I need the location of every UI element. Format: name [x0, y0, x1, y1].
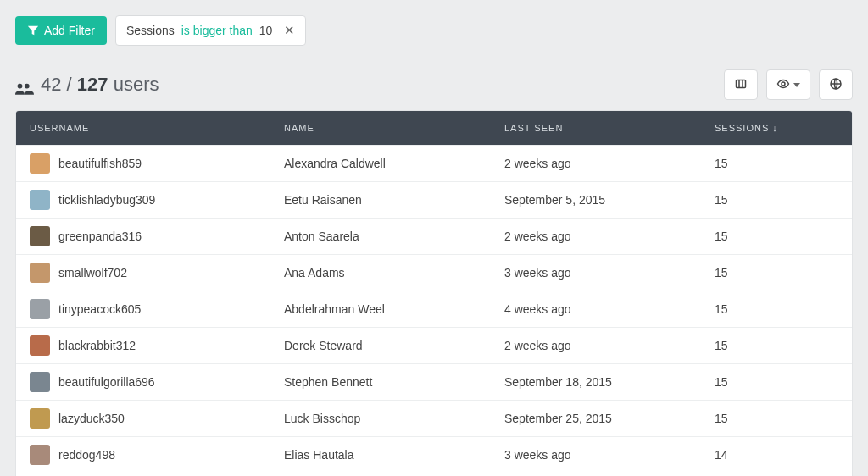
username-text: beautifulgorilla696 [58, 375, 155, 389]
username-text: ticklishladybug309 [58, 193, 155, 207]
table-row[interactable]: tinypeacock605Abdelrahman Weel4 weeks ag… [16, 291, 852, 327]
avatar [30, 445, 50, 465]
username-text: beautifulfish859 [58, 157, 142, 170]
cell-last-seen: 3 weeks ago [504, 266, 715, 280]
cell-name: Stephen Bennett [284, 375, 504, 389]
avatar [30, 299, 50, 319]
table-row[interactable]: beautifulfish859Alexandra Caldwell2 week… [16, 145, 852, 181]
table-actions [724, 69, 853, 100]
result-count: 42 / 127 users [15, 74, 159, 96]
people-icon [15, 78, 34, 91]
cell-last-seen: 2 weeks ago [504, 157, 715, 170]
avatar [30, 335, 50, 356]
cell-username: smallwolf702 [30, 263, 284, 283]
cell-username: beautifulgorilla696 [30, 372, 284, 392]
export-icon [734, 77, 748, 93]
svg-point-0 [18, 84, 23, 89]
filter-chip-value: 10 [259, 24, 273, 37]
filter-chip-field: Sessions [126, 24, 175, 37]
cell-name: Abdelrahman Weel [284, 302, 504, 316]
cell-last-seen: September 18, 2015 [504, 375, 715, 389]
count-separator: / [61, 74, 76, 95]
cell-name: Eetu Raisanen [284, 193, 504, 207]
cell-username: reddog498 [30, 445, 284, 465]
avatar [30, 372, 50, 392]
cell-sessions: 15 [715, 230, 853, 243]
username-text: smallwolf702 [58, 266, 127, 280]
columns-visibility-button[interactable] [766, 69, 810, 100]
cell-name: Elias Hautala [284, 448, 504, 462]
add-filter-label: Add Filter [44, 24, 95, 37]
cell-sessions: 15 [715, 412, 853, 425]
cell-last-seen: 2 weeks ago [504, 230, 715, 243]
column-header-username[interactable]: USERNAME [30, 123, 284, 133]
cell-name: Anton Saarela [284, 230, 504, 243]
count-noun: users [114, 74, 159, 95]
cell-name: Derek Steward [284, 339, 504, 352]
table-row[interactable]: ticklishladybug309Eetu RaisanenSeptember… [16, 181, 852, 218]
cell-username: greenpanda316 [30, 226, 284, 246]
username-text: tinypeacock605 [58, 302, 141, 316]
cell-sessions: 15 [715, 157, 853, 170]
table-row[interactable]: smallwolf702Ana Adams3 weeks ago15 [16, 254, 852, 291]
avatar [30, 190, 50, 210]
column-header-name[interactable]: NAME [284, 123, 504, 133]
add-filter-button[interactable]: Add Filter [15, 16, 107, 45]
filter-chip[interactable]: Sessions is bigger than 10 ✕ [115, 15, 306, 46]
username-text: lazyduck350 [58, 412, 125, 425]
cell-last-seen: 2 weeks ago [504, 339, 715, 352]
filter-icon [27, 25, 39, 36]
cell-name: Ana Adams [284, 266, 504, 280]
header-row: 42 / 127 users [15, 69, 853, 100]
avatar [30, 408, 50, 429]
svg-point-1 [25, 84, 30, 89]
filter-chip-operator: is bigger than [181, 24, 253, 37]
table-row[interactable]: blackrabbit312Derek Steward2 weeks ago15 [16, 327, 852, 363]
table-body: beautifulfish859Alexandra Caldwell2 week… [16, 145, 852, 476]
globe-icon [829, 77, 843, 93]
cell-sessions: 15 [715, 266, 853, 280]
username-text: blackrabbit312 [58, 339, 136, 352]
toolbar: Add Filter Sessions is bigger than 10 ✕ [15, 15, 853, 46]
cell-username: ticklishladybug309 [30, 190, 284, 210]
table-row[interactable]: lazyduck350Luck BisschopSeptember 25, 20… [16, 400, 852, 436]
column-header-lastseen[interactable]: LAST SEEN [504, 123, 715, 133]
table-row[interactable]: beautifulgorilla696Stephen BennettSeptem… [16, 363, 852, 400]
svg-rect-2 [737, 80, 746, 87]
cell-last-seen: 3 weeks ago [504, 448, 715, 462]
column-header-sessions[interactable]: SESSIONS ↓ [715, 123, 853, 133]
cell-last-seen: 4 weeks ago [504, 302, 715, 316]
cell-last-seen: September 5, 2015 [504, 193, 715, 207]
cell-sessions: 15 [715, 302, 853, 316]
chevron-down-icon [793, 83, 800, 87]
cell-sessions: 15 [715, 193, 853, 207]
svg-point-3 [782, 82, 785, 86]
eye-icon [776, 77, 790, 93]
avatar [30, 263, 50, 283]
table-row[interactable]: brownduck891Violet WashingtonSeptember 2… [16, 473, 852, 476]
cell-username: blackrabbit312 [30, 335, 284, 356]
count-filtered: 42 [41, 74, 61, 95]
cell-sessions: 14 [715, 448, 853, 462]
cell-sessions: 15 [715, 375, 853, 389]
cell-sessions: 15 [715, 339, 853, 352]
cell-name: Luck Bisschop [284, 412, 504, 425]
username-text: greenpanda316 [58, 230, 142, 243]
table-row[interactable]: reddog498Elias Hautala3 weeks ago14 [16, 436, 852, 473]
avatar [30, 226, 50, 246]
table-header-row: USERNAME NAME LAST SEEN SESSIONS ↓ [16, 111, 852, 145]
cell-username: tinypeacock605 [30, 299, 284, 319]
username-text: reddog498 [58, 448, 115, 462]
export-button[interactable] [724, 69, 758, 100]
cell-last-seen: September 25, 2015 [504, 412, 715, 425]
users-table: USERNAME NAME LAST SEEN SESSIONS ↓ beaut… [15, 110, 853, 476]
close-icon[interactable]: ✕ [284, 23, 295, 38]
avatar [30, 153, 50, 174]
table-row[interactable]: greenpanda316Anton Saarela2 weeks ago15 [16, 218, 852, 254]
cell-username: lazyduck350 [30, 408, 284, 429]
count-total: 127 [77, 74, 108, 95]
cell-name: Alexandra Caldwell [284, 157, 504, 170]
cell-username: beautifulfish859 [30, 153, 284, 174]
globe-button[interactable] [819, 69, 853, 100]
